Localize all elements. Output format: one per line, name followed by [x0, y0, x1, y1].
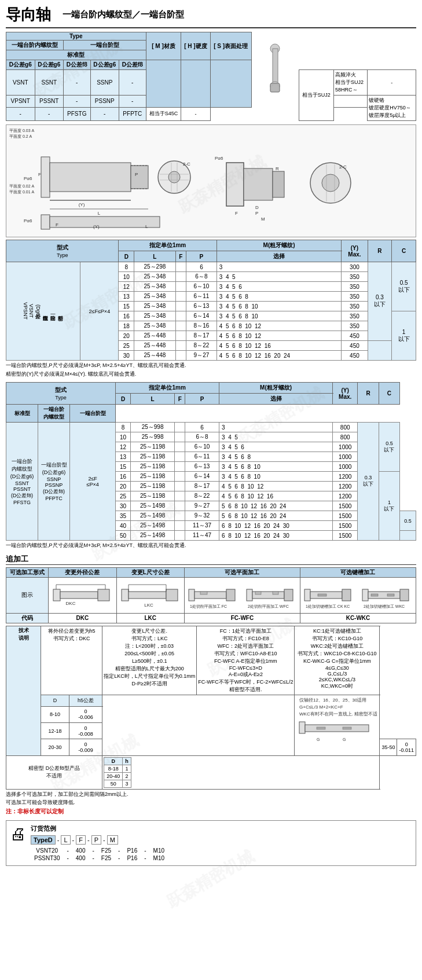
m-13: 3 4 5 6 8 — [216, 292, 341, 302]
dash-4: - — [103, 836, 105, 843]
p-20: 8～17 — [186, 331, 217, 341]
d12: 12 — [119, 282, 134, 292]
std-c-val2: 1以下 — [379, 472, 399, 541]
material-col — [146, 60, 181, 108]
order-example-section: 🖨 订货范例 TypeD - L - F - P - M VSNT20 - 40… — [6, 820, 416, 866]
kc-wkc-diagram-detail: 仅轴径12、16、20、25、30适用 G+C≤L/3 M+2<KC+F WKC… — [295, 695, 380, 755]
dkc-diagram: DKC — [49, 577, 116, 613]
type-col2-header: 一端台阶型 — [64, 41, 146, 50]
p-16: 6～14 — [186, 311, 217, 321]
lkc-code: LKC — [116, 613, 184, 623]
svg-point-41 — [322, 174, 339, 192]
l-col: L — [134, 251, 175, 262]
std-c-val1: 0.5以下 — [379, 423, 399, 472]
svg-rect-50 — [53, 589, 60, 601]
printer-icon: 🖨 — [10, 824, 26, 843]
std-p35: 9～32 — [185, 511, 219, 521]
h5-3: 0-0.009 — [69, 739, 102, 755]
std-p16: 6～14 — [185, 472, 219, 482]
svg-rect-89 — [299, 722, 305, 733]
std-y13: 1000 — [333, 452, 358, 462]
dg6-2: D公差g6 — [35, 60, 64, 70]
flat-proc-header: 可选平面加工 — [184, 567, 300, 577]
std-l30: 25～1498 — [130, 501, 175, 511]
std-y8: 800 — [333, 423, 358, 432]
m-box: M — [107, 835, 118, 845]
svg-rect-9 — [50, 163, 131, 192]
l-16: 25～348 — [134, 311, 175, 321]
l-13: 25～348 — [134, 292, 175, 302]
std-d30: 30 — [116, 501, 131, 511]
d-range-1: 8-10 — [41, 706, 69, 722]
f-col: F — [175, 251, 186, 262]
dg6-3: D公差g6 — [90, 60, 119, 70]
l-20: 25～448 — [134, 331, 175, 341]
l-15: 25～348 — [134, 302, 175, 311]
p-12: 6～10 — [186, 282, 217, 292]
d13: 13 — [119, 292, 134, 302]
fc-wfc-diagram: 1处切削平面加工 FC 2处切削平面加工 WFC — [184, 577, 300, 613]
std-f35 — [175, 511, 185, 521]
std-m25: 4 5 6 8 10 12 16 — [219, 491, 333, 501]
std-f15 — [175, 462, 185, 472]
std-l40: 25～1498 — [130, 521, 175, 531]
std-p25: 8～22 — [185, 491, 219, 501]
pssnp-cell: PSSNP — [90, 96, 119, 108]
svg-text:G+C≤L/3 M+2<KC+F: G+C≤L/3 M+2<KC+F — [299, 704, 343, 710]
std-y12: 1000 — [333, 442, 358, 452]
d10: 10 — [119, 272, 134, 282]
svg-rect-83 — [371, 594, 378, 596]
product-image-cell — [251, 32, 299, 108]
dash1-cell: - — [64, 70, 91, 96]
c-val1: 0.5以下 — [392, 262, 416, 311]
svg-text:2处切削平面加工 WFC: 2处切削平面加工 WFC — [248, 604, 289, 609]
svg-text:2-C: 2-C — [339, 164, 347, 170]
material-header: [ M ]材质 — [146, 32, 181, 60]
std-p8: 6 — [185, 423, 219, 432]
svg-text:R: R — [276, 166, 279, 171]
f-25 — [175, 341, 186, 351]
l-box: L — [61, 835, 70, 845]
svg-text:2处加切键槽加工 WKC: 2处加切键槽加工 WKC — [364, 604, 405, 609]
svg-text:DKC: DKC — [66, 601, 76, 606]
l-10: 25～348 — [134, 272, 175, 282]
proc-diagram-row: 图示 — [6, 577, 49, 613]
order-l-1: 400 — [72, 847, 89, 854]
f-col2: F — [175, 394, 185, 405]
p-8: 6 — [186, 262, 217, 272]
svg-rect-52 — [98, 589, 109, 601]
f-12 — [175, 282, 186, 292]
svg-rect-80 — [362, 589, 368, 601]
std-p50: 11～47 — [185, 531, 219, 541]
standard-type-table: 型式Type 指定单位1mm M(粗牙螺纹) (Y)Max. R C D L F… — [6, 382, 416, 541]
std-p15: 6～13 — [185, 462, 219, 472]
order-dash2-2: - — [89, 854, 98, 862]
p-col: P — [186, 251, 217, 262]
internal-thread-header: 一端台阶内螺纹型 — [38, 405, 70, 423]
std-r-val: 0.3以下 — [358, 423, 379, 541]
kc-detail-svg: 仅轴径12、16、20、25、30适用 G+C≤L/3 M+2<KC+F WKC… — [296, 696, 377, 754]
dash3-cell: - — [64, 96, 91, 108]
svg-rect-67 — [200, 592, 207, 594]
std-d8: 8 — [116, 423, 131, 432]
l-25: 25～448 — [134, 341, 175, 351]
d-col2: D — [116, 394, 131, 405]
dash-2: - — [72, 836, 75, 843]
l-8: 25～298 — [134, 262, 175, 272]
p-note-label: 2≤F≤P×4 — [80, 262, 119, 361]
d-h-table: D h 8-18 1 20-40 2 — [102, 755, 380, 789]
h5-col-tech: h5公差 — [69, 695, 102, 706]
svg-rect-64 — [189, 589, 195, 601]
hardness-header: [ H ]硬度 — [181, 32, 210, 60]
l-30: 25～448 — [134, 351, 175, 361]
std-p20: 8～17 — [185, 482, 219, 491]
dash4-cell: - — [119, 96, 146, 108]
f-30 — [175, 351, 186, 361]
std-m20: 4 5 6 8 10 12 — [219, 482, 333, 491]
svg-rect-82 — [400, 589, 409, 601]
product-image — [254, 40, 297, 98]
std-m8: 3 — [219, 423, 333, 432]
unit-header: 指定单位1mm — [119, 240, 216, 251]
svg-rect-66 — [226, 589, 235, 601]
std-m16: 3 4 5 6 8 10 — [219, 472, 333, 482]
